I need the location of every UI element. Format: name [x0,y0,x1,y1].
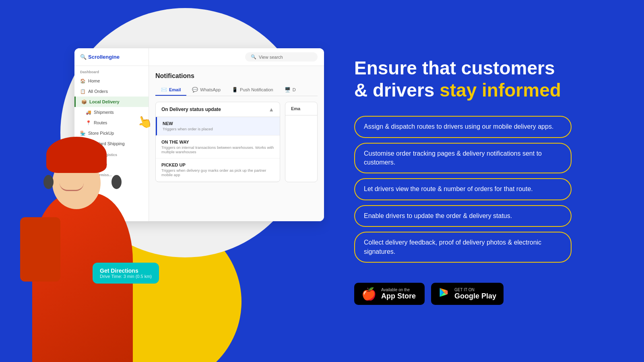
directions-subtitle: Drive Time: 3 min (0.5 km) [100,274,152,279]
home-icon: 🏠 [80,78,86,84]
feature-item-1: Assign & dispatch routes to drivers usin… [354,116,572,138]
directions-title: Get Directions [100,267,152,274]
delivery-item-pickedup-title: PICKED UP [161,162,274,167]
tab-whatsapp-label: WhatsApp [200,87,221,92]
tab-push[interactable]: 📱 Push Notification [226,84,279,96]
headline: Ensure that customers & drivers stay inf… [354,57,612,101]
google-play-text: GET IT ON Google Play [454,288,496,300]
panel-header: On Delivery status update ▲ [156,102,280,117]
mockup-content: Notifications ✉️ Email 💬 WhatsApp 📱 Push… [149,66,324,221]
email-editor-panel: Ema [285,102,318,182]
panel-collapse-icon[interactable]: ▲ [268,106,274,113]
tab-whatsapp[interactable]: 💬 WhatsApp [186,84,226,96]
email-panel-header: Ema [285,102,317,115]
tab-email-label: Email [169,87,181,92]
app-store-text: Available on the App Store [381,288,416,300]
google-play-main: Google Play [454,292,496,300]
search-icon: 🔍 [251,54,256,60]
delivery-item-pickedup[interactable]: PICKED UP Triggers when delivery guy mar… [156,158,280,181]
search-placeholder: View search [259,55,283,60]
headline-line1: Ensure that customers [354,58,555,78]
sidebar-item-home[interactable]: 🏠 Home [74,76,149,86]
push-tab-icon: 📱 [232,87,238,93]
mockup-logo: 🔍 Scrollengine [74,54,149,66]
delivery-status-panel: On Delivery status update ▲ NEW Triggers… [155,102,280,182]
panel-title: On Delivery status update [161,107,221,112]
apple-icon: 🍎 [361,287,376,301]
mockup-main: 🔍 View search Notifications ✉️ Email 💬 W… [149,48,324,221]
notifications-title: Notifications [155,72,318,80]
d-tab-icon: 🖥️ [285,87,291,93]
brand-name: Scrollengine [88,54,120,60]
sidebar-section-dashboard: Dashboard [74,66,149,76]
search-bar[interactable]: 🔍 View search [245,52,318,62]
headline-highlight: stay informed [440,80,561,101]
sidebar-label-home: Home [88,78,100,83]
store-badges: 🍎 Available on the App Store [354,283,612,305]
delivery-item-onway[interactable]: ON THE WAY Triggers on internal transact… [156,136,280,158]
delivery-item-new-title: NEW [163,121,274,126]
whatsapp-tab-icon: 💬 [192,87,198,93]
notifications-tabs: ✉️ Email 💬 WhatsApp 📱 Push Notification … [155,84,318,96]
delivery-item-pickedup-sub: Triggers when delivery guy marks order a… [161,168,274,177]
tab-d[interactable]: 🖥️ D [279,84,301,96]
app-store-sub: Available on the [381,288,416,292]
feature-item-3: Let drivers view the route & number of o… [354,178,572,200]
delivery-item-onway-sub: Triggers on internal transactions betwee… [161,145,274,154]
delivery-item-onway-title: ON THE WAY [161,140,274,144]
tab-push-label: Push Notification [240,87,273,92]
app-store-main: App Store [381,292,416,300]
feature-item-5: Collect delivery feedback, proof of deli… [354,232,572,263]
feature-item-2: Customise order tracking pages & deliver… [354,143,572,174]
google-play-icon [438,287,450,301]
mockup-header: 🔍 View search [149,48,324,66]
directions-badge: Get Directions Drive Time: 3 min (0.5 km… [93,263,159,284]
google-play-badge[interactable]: GET IT ON Google Play [431,283,504,305]
left-section: 🔍 Scrollengine Dashboard 🏠 Home 📋 All Or… [0,0,330,362]
app-store-badge[interactable]: 🍎 Available on the App Store [354,283,425,305]
delivery-person [0,88,169,362]
feature-item-4: Enable drivers to update the order & del… [354,205,572,227]
headline-line2: & drivers [354,80,440,101]
features-list: Assign & dispatch routes to drivers usin… [354,116,612,263]
tab-d-label: D [293,87,296,92]
delivery-item-new[interactable]: NEW Triggers when order is placed [156,117,280,136]
content-panel: On Delivery status update ▲ NEW Triggers… [155,102,318,182]
google-play-sub: GET IT ON [454,288,496,292]
delivery-item-new-sub: Triggers when order is placed [163,127,274,131]
right-section: Ensure that customers & drivers stay inf… [330,0,644,362]
logo-icon: 🔍 [80,54,87,60]
